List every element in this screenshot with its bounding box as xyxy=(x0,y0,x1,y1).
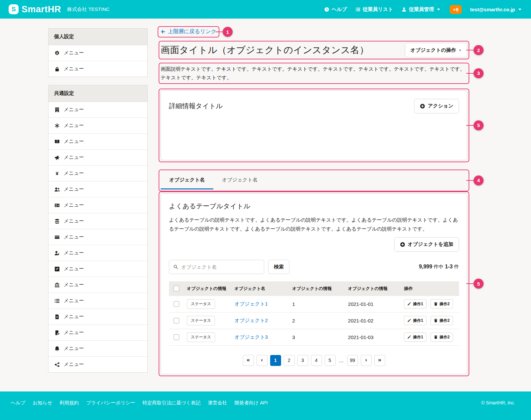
row-action-1-button[interactable]: 操作1 xyxy=(404,299,426,309)
footer-link-commerce[interactable]: 特定商取引法に基づく表記 xyxy=(142,400,200,406)
action-button[interactable]: アクション xyxy=(414,99,459,113)
pagination-page-3[interactable]: 3 xyxy=(297,355,308,366)
pagination-page-2[interactable]: 2 xyxy=(284,355,295,366)
footer-link-help[interactable]: ヘルプ xyxy=(11,400,26,406)
logo-text: SmartHR xyxy=(22,4,61,15)
sidebar-item[interactable]: メニュー xyxy=(48,61,147,77)
company-name: 株式会社 TESTINC xyxy=(67,6,110,13)
pagination-prev[interactable]: ‹ xyxy=(257,355,267,366)
sidebar-item[interactable]: メニュー xyxy=(48,277,147,293)
pagination-page-99[interactable]: 99 xyxy=(347,355,358,366)
plus-circle-icon xyxy=(400,242,405,247)
sidebar-section-title: 共通設定 xyxy=(48,85,147,102)
trash-icon xyxy=(434,335,438,339)
account-email: test@smarthr.co.jp xyxy=(470,7,515,12)
sidebar-item[interactable]: メニュー xyxy=(48,213,147,229)
object-link[interactable]: オブジェクト3 xyxy=(234,334,267,340)
sidebar-item[interactable]: メニュー xyxy=(48,197,147,213)
row-checkbox[interactable] xyxy=(174,334,179,340)
sidebar-item[interactable]: メニュー xyxy=(48,102,147,118)
row-action-2-button[interactable]: 操作2 xyxy=(430,316,453,325)
sidebar-item-label: メニュー xyxy=(64,314,84,320)
pagination-last[interactable]: » xyxy=(374,355,385,366)
action-button-label: アクション xyxy=(428,103,453,109)
row-checkbox[interactable] xyxy=(174,301,179,307)
tab-object-2[interactable]: オブジェクト名 xyxy=(213,172,266,189)
footer-link-company[interactable]: 運営会社 xyxy=(208,400,227,406)
sidebar-item-label: メニュー xyxy=(64,298,84,304)
pencil-icon xyxy=(407,335,411,339)
object-actions-button[interactable]: オブジェクトの操作 xyxy=(405,43,467,57)
pagination-first[interactable]: « xyxy=(243,355,254,366)
add-object-button[interactable]: オブジェクトを追加 xyxy=(394,237,459,252)
document-icon xyxy=(54,314,60,319)
sidebar-item[interactable]: ¥メニュー xyxy=(48,166,147,181)
notification-badge[interactable]: +9 xyxy=(450,5,461,14)
pagination-next[interactable]: › xyxy=(361,355,372,366)
sidebar-item[interactable]: メニュー xyxy=(48,357,147,372)
sidebar-item[interactable]: メニュー xyxy=(48,325,147,341)
app-header: S SmartHR 株式会社 TESTINC ? ヘルプ 従業員リスト 従業員管… xyxy=(0,0,531,19)
object-link[interactable]: オブジェクト1 xyxy=(234,301,267,307)
pagination: « ‹ 1 2 3 4 5 … 99 › » xyxy=(169,355,459,366)
smarthr-logo[interactable]: S SmartHR xyxy=(9,4,61,15)
object-link[interactable]: オブジェクト2 xyxy=(234,317,267,323)
pencil-icon xyxy=(407,302,411,306)
footer-link-developer-api[interactable]: 開発者向け API xyxy=(234,400,267,406)
pagination-page-5[interactable]: 5 xyxy=(325,355,336,366)
search-input[interactable] xyxy=(181,264,260,270)
back-link[interactable]: 上階層に戻るリンク xyxy=(161,28,216,35)
row-action-2-button[interactable]: 操作2 xyxy=(430,332,453,342)
page-description-block: 画面説明テキストです。テキストです。テキストです。テキストです。テキストです。テ… xyxy=(161,65,467,82)
tab-object-1[interactable]: オブジェクト名 xyxy=(161,172,213,189)
document-edit-icon xyxy=(54,330,60,335)
result-total-unit: 件中 xyxy=(434,264,444,269)
row-checkbox[interactable] xyxy=(174,318,179,323)
content-area: 個人設定 メニュー メニュー 共通設定 メニュー メニュー メニュー メニュー … xyxy=(0,19,531,391)
plus-circle-icon xyxy=(420,104,425,109)
page: S SmartHR 株式会社 TESTINC ? ヘルプ 従業員リスト 従業員管… xyxy=(0,0,531,420)
sidebar-item-label: メニュー xyxy=(64,345,84,352)
pagination-page-4[interactable]: 4 xyxy=(311,355,322,366)
row-action-2-button[interactable]: 操作2 xyxy=(430,299,453,309)
account-menu[interactable]: test@smarthr.co.jp xyxy=(470,7,523,12)
object-info: 2 xyxy=(289,312,344,329)
sidebar-item[interactable]: メニュー xyxy=(48,118,147,134)
select-all-checkbox[interactable] xyxy=(174,286,179,291)
nav-employee-list[interactable]: 従業員リスト xyxy=(355,6,393,13)
row-action-1-button[interactable]: 操作1 xyxy=(404,316,426,325)
arrow-left-icon xyxy=(161,29,166,34)
table-row: ステータス オブジェクト3 3 2021-01-03 操作1 操作2 xyxy=(169,329,459,345)
add-object-label: オブジェクトを追加 xyxy=(408,241,453,247)
annotation-badge: 5 xyxy=(474,120,484,130)
sidebar-item[interactable]: メニュー xyxy=(48,261,147,277)
footer-link-privacy[interactable]: プライバシーポリシー xyxy=(86,400,135,406)
sidebar-item[interactable]: メニュー xyxy=(48,150,147,166)
sidebar-item[interactable]: メニュー xyxy=(48,134,147,150)
sidebar-item[interactable]: メニュー xyxy=(48,229,147,245)
sidebar-item[interactable]: メニュー xyxy=(48,309,147,325)
back-link-block: 上階層に戻るリンク 1 xyxy=(161,28,216,35)
row-action-1-button[interactable]: 操作1 xyxy=(404,332,426,342)
sidebar-item-label: メニュー xyxy=(64,50,84,56)
sidebar-item[interactable]: メニュー xyxy=(48,293,147,309)
result-range-unit: 件 xyxy=(454,264,459,269)
column-header: オブジェクトの情報 xyxy=(345,281,401,296)
nav-employee-admin[interactable]: 従業員管理 xyxy=(402,6,441,13)
search-button[interactable]: 検索 xyxy=(268,260,289,274)
sidebar-item-label: メニュー xyxy=(64,122,84,129)
pagination-page-1[interactable]: 1 xyxy=(270,355,281,366)
gear-icon xyxy=(54,50,60,56)
sidebar-item-label: メニュー xyxy=(64,106,84,113)
nav-help[interactable]: ? ヘルプ xyxy=(324,6,347,13)
footer-link-terms[interactable]: 利用規約 xyxy=(60,400,79,406)
sidebar-item-label: メニュー xyxy=(64,154,84,161)
detail-panel-title: 詳細情報タイトル xyxy=(169,102,223,110)
footer-link-news[interactable]: お知らせ xyxy=(33,400,52,406)
sidebar-item[interactable]: メニュー xyxy=(48,45,147,61)
sidebar-item[interactable]: メニュー xyxy=(48,245,147,261)
sidebar-item[interactable]: メニュー xyxy=(48,341,147,357)
search-box[interactable] xyxy=(169,260,264,274)
sidebar-item[interactable]: メニュー xyxy=(48,181,147,197)
sidebar-item-label: メニュー xyxy=(64,266,84,272)
